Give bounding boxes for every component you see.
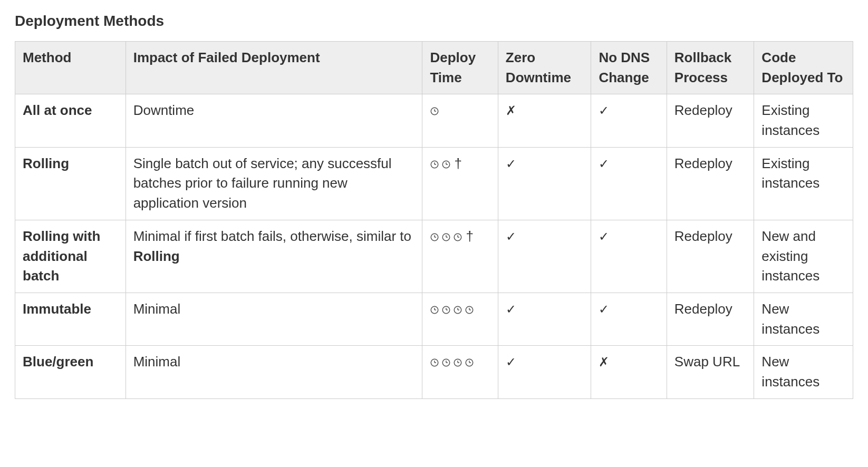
table-row: ImmutableMinimal✓✓RedeployNew instances (15, 293, 853, 345)
check-icon: ✓ (599, 302, 609, 316)
cell-deploy-time: † (422, 147, 498, 220)
cell-no-dns-change: ✗ (591, 346, 667, 398)
cross-icon: ✗ (506, 103, 516, 118)
cell-method: Immutable (15, 293, 126, 345)
cell-rollback: Redeploy (667, 94, 754, 147)
impact-text: Downtime (133, 102, 195, 118)
table-header-row: Method Impact of Failed Deployment Deplo… (15, 42, 853, 94)
cell-impact: Downtime (126, 94, 422, 147)
header-rollback: Rollback Process (667, 42, 754, 94)
impact-text: Minimal (133, 301, 181, 317)
cell-rollback: Redeploy (667, 293, 754, 345)
cross-icon: ✗ (599, 355, 609, 369)
check-icon: ✓ (599, 157, 609, 171)
table-row: Blue/greenMinimal✓✗Swap URLNew instances (15, 346, 853, 398)
deployment-methods-table: Method Impact of Failed Deployment Deplo… (15, 41, 853, 399)
clock-icon (453, 232, 462, 242)
check-icon: ✓ (506, 229, 516, 244)
impact-text: Minimal (133, 354, 181, 369)
cell-deploy-time (422, 94, 498, 147)
clock-icon (453, 358, 462, 367)
cell-deploy-time (422, 293, 498, 345)
cell-zero-downtime: ✓ (498, 346, 591, 398)
cell-no-dns-change: ✓ (591, 94, 667, 147)
cell-code-to: New instances (754, 346, 853, 398)
table-row: RollingSingle batch out of service; any … (15, 147, 853, 220)
page-title: Deployment Methods (15, 13, 853, 30)
header-zero-downtime: Zero Downtime (498, 42, 591, 94)
cell-code-to: Existing instances (754, 94, 853, 147)
cell-no-dns-change: ✓ (591, 220, 667, 293)
cell-zero-downtime: ✓ (498, 147, 591, 220)
clock-icon (430, 358, 439, 367)
cell-method: Blue/green (15, 346, 126, 398)
cell-method: All at once (15, 94, 126, 147)
header-deploy-time: Deploy Time (422, 42, 498, 94)
cell-impact: Minimal (126, 293, 422, 345)
check-icon: ✓ (506, 355, 516, 369)
cell-method: Rolling with additional batch (15, 220, 126, 293)
dagger-icon: † (465, 228, 473, 244)
check-icon: ✓ (599, 103, 609, 118)
cell-impact: Minimal (126, 346, 422, 398)
clock-icon (441, 305, 451, 315)
clock-icon (441, 160, 451, 169)
check-icon: ✓ (506, 157, 516, 171)
cell-no-dns-change: ✓ (591, 293, 667, 345)
cell-rollback: Swap URL (667, 346, 754, 398)
impact-text: Single batch out of service; any success… (133, 155, 392, 211)
cell-impact: Single batch out of service; any success… (126, 147, 422, 220)
cell-deploy-time (422, 346, 498, 398)
clock-icon (430, 106, 439, 116)
cell-zero-downtime: ✓ (498, 220, 591, 293)
check-icon: ✓ (506, 302, 516, 316)
clock-icon (453, 305, 462, 315)
cell-code-to: New instances (754, 293, 853, 345)
cell-impact: Minimal if first batch fails, otherwise,… (126, 220, 422, 293)
cell-deploy-time: † (422, 220, 498, 293)
clock-icon (430, 160, 439, 169)
impact-bold-suffix: Rolling (133, 248, 180, 264)
cell-rollback: Redeploy (667, 220, 754, 293)
dagger-icon: † (453, 155, 461, 171)
table-row: All at onceDowntime✗✓RedeployExisting in… (15, 94, 853, 147)
header-no-dns-change: No DNS Change (591, 42, 667, 94)
clock-icon (430, 232, 439, 242)
cell-code-to: New and existing instances (754, 220, 853, 293)
cell-method: Rolling (15, 147, 126, 220)
header-impact: Impact of Failed Deployment (126, 42, 422, 94)
cell-rollback: Redeploy (667, 147, 754, 220)
clock-icon (441, 232, 451, 242)
table-row: Rolling with additional batchMinimal if … (15, 220, 853, 293)
clock-icon (441, 358, 451, 367)
cell-code-to: Existing instances (754, 147, 853, 220)
clock-icon (465, 358, 474, 367)
check-icon: ✓ (599, 229, 609, 244)
impact-text: Minimal if first batch fails, otherwise,… (133, 228, 411, 244)
header-code-to: Code Deployed To (754, 42, 853, 94)
cell-zero-downtime: ✗ (498, 94, 591, 147)
cell-zero-downtime: ✓ (498, 293, 591, 345)
clock-icon (465, 305, 474, 315)
clock-icon (430, 305, 439, 315)
cell-no-dns-change: ✓ (591, 147, 667, 220)
header-method: Method (15, 42, 126, 94)
